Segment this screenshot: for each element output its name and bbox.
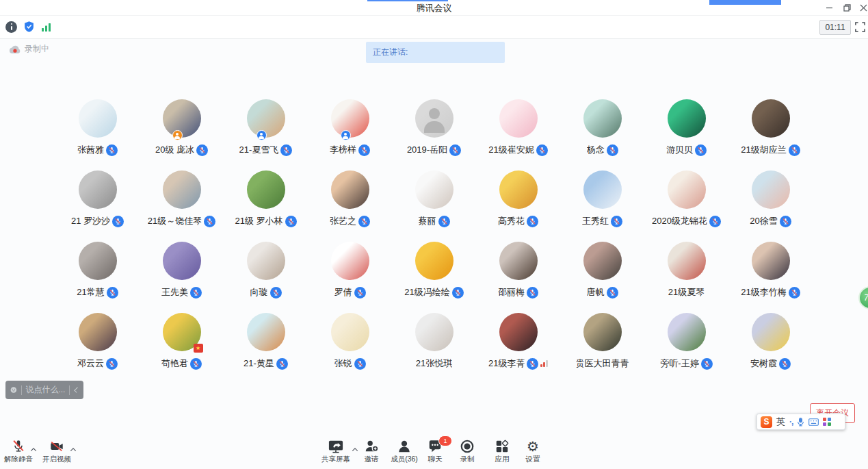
start-video-label: 开启视频 — [42, 455, 71, 464]
participant-tile[interactable]: 21级夏琴 — [644, 238, 728, 309]
participant-name: 邵丽梅 — [498, 286, 525, 299]
ime-language-toggle[interactable]: 英 — [776, 416, 785, 428]
participant-tile[interactable]: 邵丽梅 — [476, 238, 560, 309]
participant-tile[interactable]: 游贝贝 — [644, 95, 728, 166]
video-options-caret[interactable] — [70, 447, 77, 452]
participant-tile[interactable]: 唐帆 — [560, 238, 644, 309]
participant-tile[interactable]: 20级 庞冰 — [140, 95, 224, 166]
poor-network-icon — [540, 360, 548, 367]
participant-tile[interactable]: 2019-岳阳 — [392, 95, 476, 166]
ime-toolbar[interactable]: S 英 ·, — [757, 414, 845, 430]
recording-indicator: 录制中 — [8, 43, 49, 55]
participant-tile[interactable]: 21级李竹梅 — [728, 238, 813, 309]
restore-button[interactable] — [838, 0, 856, 15]
participant-name: 20级 庞冰 — [155, 144, 194, 156]
participant-tile[interactable]: 21级 罗小林 — [224, 166, 308, 238]
participant-tile[interactable]: 李榜样 — [308, 95, 392, 166]
participant-tile[interactable]: 贵医大田青青 — [560, 309, 644, 380]
chat-quickbar[interactable]: 说点什么... — [5, 381, 83, 399]
minimize-button[interactable] — [820, 0, 838, 15]
participant-tile[interactable]: 罗倩 — [308, 238, 392, 309]
participant-tile[interactable]: 21级崔安妮 — [476, 95, 560, 166]
network-signal-icon[interactable] — [41, 22, 51, 32]
participant-avatar — [415, 99, 453, 138]
participant-tile[interactable]: 2020级龙锦花 — [644, 166, 728, 238]
participant-tile[interactable]: 蔡丽 — [392, 166, 476, 238]
participant-avatar — [247, 242, 285, 280]
participant-tile[interactable]: 张锐 — [308, 309, 392, 380]
cohost-badge-icon — [257, 130, 267, 140]
participant-tile[interactable]: 21级胡应兰 — [728, 95, 813, 166]
invite-label: 邀请 — [365, 455, 379, 464]
participant-tile[interactable]: 张艺之 — [308, 166, 392, 238]
participant-tile[interactable]: 21-黄星 — [224, 309, 308, 380]
meeting-timer: 01:11 — [819, 20, 851, 35]
meeting-info-icon[interactable] — [5, 21, 17, 33]
settings-button[interactable]: ⚙ 设置 — [506, 439, 560, 464]
ime-menu-icon[interactable] — [823, 418, 831, 426]
muted-mic-icon — [780, 216, 791, 227]
participant-tile[interactable]: 21常慧 — [55, 238, 140, 309]
participant-tile[interactable]: 旁听-王婷 — [644, 309, 728, 380]
participant-tile[interactable]: 21张悦琪 — [392, 309, 476, 380]
participant-name: 向璇 — [250, 286, 268, 299]
participant-avatar — [499, 313, 538, 351]
ime-punctuation-icon[interactable]: ·, — [789, 417, 793, 427]
emoji-icon[interactable] — [10, 385, 17, 395]
muted-mic-icon — [607, 144, 618, 156]
participant-tile[interactable]: 安树霞 — [728, 309, 813, 380]
participant-tile[interactable]: 邓云云 — [55, 309, 140, 380]
participant-avatar — [163, 170, 201, 209]
participant-avatar — [415, 170, 453, 209]
participant-tile[interactable]: 21级～饶佳琴 — [140, 166, 224, 238]
participant-name: 苟艳君 — [161, 357, 188, 370]
settings-gear-icon: ⚙ — [527, 439, 539, 454]
participant-tile[interactable]: 张茜雅 — [55, 95, 140, 166]
participant-tile[interactable]: 21-夏雪飞 — [224, 95, 308, 166]
recording-cloud-icon — [8, 45, 21, 54]
muted-mic-icon — [280, 144, 292, 156]
record-icon — [460, 439, 475, 454]
participant-tile[interactable]: 王先美 — [140, 238, 224, 309]
muted-mic-icon — [709, 216, 721, 227]
muted-mic-icon — [695, 144, 707, 156]
sogou-logo-icon[interactable]: S — [761, 416, 772, 428]
chat-input[interactable]: 说点什么... — [25, 384, 65, 396]
ime-keyboard-icon[interactable] — [808, 418, 819, 426]
muted-mic-icon — [358, 144, 370, 156]
participant-name: 王先美 — [161, 286, 188, 299]
collapse-chevron-icon[interactable] — [74, 387, 79, 392]
participant-name: 杨念 — [587, 144, 605, 156]
participant-name: 罗倩 — [334, 286, 352, 299]
participant-tile[interactable]: 向璇 — [224, 238, 308, 309]
ime-voice-icon[interactable] — [797, 418, 804, 427]
participant-avatar — [331, 170, 369, 209]
floating-widget-label: 7 — [864, 293, 868, 303]
muted-mic-icon — [107, 287, 118, 299]
muted-mic-icon — [11, 439, 26, 454]
participant-avatar — [247, 170, 285, 209]
participant-name: 21 罗沙沙 — [71, 215, 110, 227]
muted-mic-icon — [270, 287, 282, 299]
muted-mic-icon — [438, 216, 450, 227]
participant-tile[interactable]: 21级冯绘绘 — [392, 238, 476, 309]
muted-mic-icon — [527, 216, 538, 227]
muted-mic-icon — [354, 358, 366, 370]
participant-tile[interactable]: 苟艳君 — [140, 309, 224, 380]
participant-avatar — [668, 99, 706, 138]
participant-tile[interactable]: 21级李菁 — [476, 309, 560, 380]
participant-avatar — [415, 313, 453, 351]
participant-tile[interactable]: 王秀红 — [560, 166, 644, 238]
participant-avatar — [668, 313, 706, 351]
participant-tile[interactable]: 高秀花 — [476, 166, 560, 238]
participant-tile[interactable]: 杨念 — [560, 95, 644, 166]
participant-avatar — [752, 170, 790, 209]
flag-badge-icon — [194, 344, 203, 353]
close-button[interactable] — [854, 0, 868, 15]
participant-name: 张锐 — [334, 357, 352, 370]
participant-tile[interactable]: 20徐雪 — [728, 166, 813, 238]
participant-tile[interactable]: 21 罗沙沙 — [55, 166, 140, 238]
fullscreen-icon[interactable] — [854, 21, 866, 33]
security-shield-icon[interactable] — [23, 21, 35, 33]
participant-name: 21级 罗小林 — [235, 215, 282, 227]
